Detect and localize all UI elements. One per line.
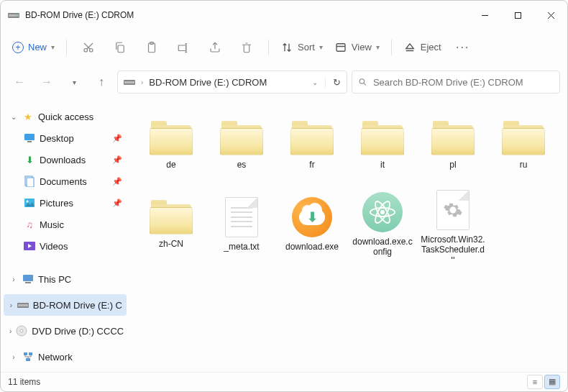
chevron-right-icon: › — [9, 275, 18, 283]
window-title: BD-ROM Drive (E:) CDROM — [25, 10, 468, 20]
back-button[interactable]: ← — [8, 70, 31, 94]
file-label: Microsoft.Win32.TaskScheduler.dll — [421, 234, 485, 259]
sort-label: Sort — [298, 42, 315, 53]
svg-rect-30 — [24, 352, 27, 355]
svg-rect-9 — [118, 45, 124, 53]
file-label: _meta.txt — [224, 242, 259, 252]
file-item[interactable]: de — [136, 106, 206, 185]
file-item[interactable]: _meta.txt — [206, 185, 277, 264]
close-button[interactable] — [534, 1, 567, 29]
copy-button[interactable] — [106, 35, 134, 60]
search-icon — [358, 77, 367, 87]
titlebar: BD-ROM Drive (E:) CDROM — [1, 1, 567, 29]
videos-icon — [24, 240, 35, 252]
forward-button[interactable]: → — [35, 70, 58, 94]
file-label: pl — [449, 160, 456, 170]
svg-point-29 — [20, 329, 23, 332]
sidebar-bdrom-drive[interactable]: › BD-ROM Drive (E:) C — [4, 294, 127, 316]
chevron-down-icon[interactable]: ⌄ — [312, 78, 318, 86]
pin-icon: 📌 — [112, 199, 122, 208]
icons-view-button[interactable]: ▦ — [544, 375, 560, 389]
breadcrumb[interactable]: BD-ROM Drive (E:) CDROM — [149, 77, 267, 88]
file-label: zh-CN — [159, 239, 183, 249]
sidebar-item-documents[interactable]: Documents 📌 — [4, 170, 127, 192]
file-item[interactable]: es — [206, 106, 277, 185]
file-label: fr — [309, 160, 314, 170]
eject-label: Eject — [421, 42, 441, 53]
new-label: New — [28, 42, 47, 53]
file-label: de — [166, 160, 175, 170]
nav-row: ← → ▾ ↑ › BD-ROM Drive (E:) CDROM ⌄ ↻ — [1, 65, 567, 99]
recent-button[interactable]: ▾ — [63, 70, 86, 94]
sidebar-item-label: Documents — [40, 176, 87, 187]
chevron-right-icon: › — [9, 301, 13, 309]
file-label: download.exe — [285, 242, 339, 252]
eject-button[interactable]: Eject — [399, 35, 446, 60]
details-view-button[interactable]: ≡ — [527, 375, 543, 389]
search-box[interactable] — [352, 70, 560, 94]
svg-point-16 — [359, 79, 364, 83]
drive-icon — [8, 9, 19, 21]
new-button[interactable]: + New ▾ — [8, 35, 59, 60]
sidebar-network[interactable]: › Network — [4, 346, 127, 368]
documents-icon — [24, 176, 35, 187]
svg-rect-25 — [25, 282, 31, 283]
disc-icon — [16, 325, 27, 337]
minimize-button[interactable] — [468, 1, 501, 29]
folder-icon — [361, 121, 404, 155]
sidebar-item-label: Videos — [40, 241, 68, 252]
sidebar: ⌄ ★ Quick access Desktop 📌 ⬇ Downloads 📌… — [1, 99, 130, 372]
file-item[interactable]: download.exe.config — [347, 185, 418, 264]
view-icon — [334, 41, 347, 54]
sidebar-item-videos[interactable]: Videos — [4, 235, 127, 257]
sidebar-item-pictures[interactable]: Pictures 📌 — [4, 192, 127, 214]
file-item[interactable]: zh-CN — [136, 185, 206, 264]
up-button[interactable]: ↑ — [90, 70, 113, 94]
search-input[interactable] — [373, 77, 554, 88]
sidebar-quick-access[interactable]: ⌄ ★ Quick access — [4, 106, 127, 127]
rename-button[interactable] — [169, 35, 198, 60]
dll-file-icon — [436, 190, 469, 230]
file-item[interactable]: pl — [418, 106, 488, 185]
plus-icon: + — [12, 42, 24, 53]
file-item[interactable]: fr — [277, 106, 347, 185]
file-item[interactable]: ru — [488, 106, 559, 185]
file-item[interactable]: Microsoft.Win32.TaskScheduler.dll — [418, 185, 488, 264]
sidebar-label: Network — [38, 352, 73, 363]
delete-button[interactable] — [232, 35, 261, 60]
file-item[interactable]: ⬇download.exe — [277, 185, 347, 264]
file-label: it — [380, 160, 385, 170]
refresh-button[interactable]: ↻ — [325, 77, 341, 88]
file-label: ru — [520, 160, 528, 170]
address-bar[interactable]: › BD-ROM Drive (E:) CDROM ⌄ ↻ — [117, 70, 347, 94]
pictures-icon — [24, 197, 35, 209]
sidebar-this-pc[interactable]: › This PC — [4, 268, 127, 290]
pc-icon — [22, 273, 34, 285]
atom-icon — [362, 192, 403, 232]
item-count: 11 items — [8, 377, 40, 387]
file-label: download.exe.config — [350, 237, 415, 257]
view-button[interactable]: View ▾ — [330, 35, 384, 60]
folder-icon — [150, 200, 193, 234]
file-item[interactable]: it — [347, 106, 418, 185]
sidebar-item-downloads[interactable]: ⬇ Downloads 📌 — [4, 149, 127, 170]
svg-line-6 — [548, 12, 554, 19]
sort-button[interactable]: Sort ▾ — [276, 35, 327, 60]
music-icon: ♫ — [24, 219, 35, 230]
svg-rect-12 — [178, 45, 186, 51]
folder-icon — [502, 121, 545, 155]
star-icon: ★ — [22, 111, 34, 122]
sidebar-item-desktop[interactable]: Desktop 📌 — [4, 127, 127, 149]
text-file-icon — [225, 197, 258, 237]
body: ⌄ ★ Quick access Desktop 📌 ⬇ Downloads 📌… — [1, 99, 567, 372]
sidebar-item-music[interactable]: ♫ Music — [4, 214, 127, 235]
folder-icon — [150, 121, 193, 155]
chevron-down-icon: ▾ — [51, 43, 55, 51]
sidebar-dvd-drive[interactable]: › DVD Drive (D:) CCCC — [4, 320, 127, 342]
cut-button[interactable] — [74, 35, 103, 60]
more-button[interactable]: ··· — [449, 35, 477, 60]
share-button[interactable] — [201, 35, 229, 60]
paste-button[interactable] — [137, 35, 166, 60]
maximize-button[interactable] — [501, 1, 534, 29]
file-pane[interactable]: deesfritplruzh-CN_meta.txt⬇download.exed… — [130, 99, 567, 372]
